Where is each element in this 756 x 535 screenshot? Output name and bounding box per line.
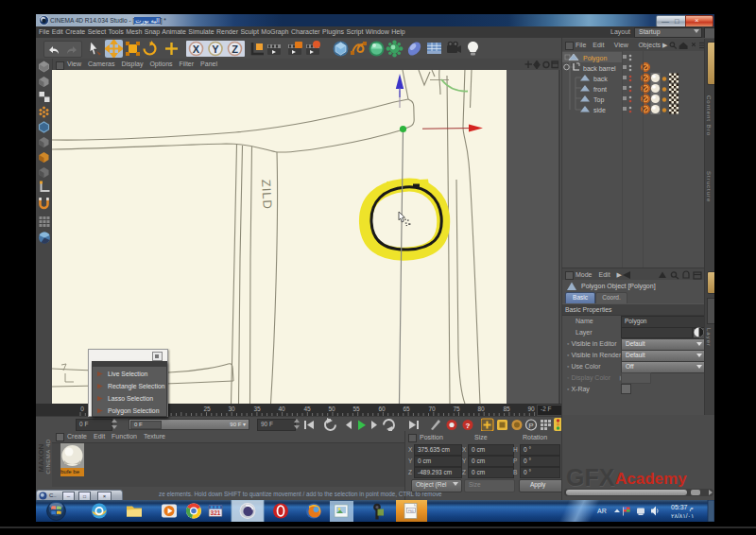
svg-text:side: side	[593, 107, 606, 113]
svg-text:40: 40	[278, 406, 285, 412]
svg-text:Polygon: Polygon	[583, 55, 607, 62]
svg-text:Y: Y	[212, 43, 219, 55]
svg-text:P: P	[528, 422, 533, 430]
svg-text:45: 45	[303, 406, 311, 412]
svg-text:321: 321	[211, 509, 221, 516]
svg-text:back barrel: back barrel	[583, 65, 616, 72]
svg-text:65: 65	[403, 406, 410, 412]
svg-text:55: 55	[352, 406, 360, 412]
svg-text:05:37 م: 05:37 م	[671, 504, 694, 511]
svg-text:30: 30	[228, 406, 235, 412]
svg-text:0: 0	[80, 406, 84, 412]
svg-text:80: 80	[477, 406, 485, 412]
svg-text:X: X	[193, 43, 200, 55]
svg-text:PSD: PSD	[408, 509, 415, 513]
svg-text:90: 90	[527, 406, 535, 412]
svg-text:75: 75	[453, 406, 460, 412]
svg-text:Z: Z	[232, 43, 238, 55]
svg-text:?: ?	[466, 422, 471, 430]
svg-text:ZILD: ZILD	[259, 179, 275, 210]
svg-text:AR: AR	[597, 508, 607, 514]
svg-text:35: 35	[253, 406, 261, 412]
svg-text:Top: Top	[593, 96, 604, 104]
svg-text:٢٨/٨١/٠١: ٢٨/٨١/٠١	[671, 512, 695, 519]
svg-text:25: 25	[203, 406, 211, 412]
svg-text:back: back	[593, 76, 608, 82]
svg-text:50: 50	[328, 406, 335, 412]
svg-text:front: front	[593, 86, 607, 93]
svg-text:85: 85	[503, 406, 510, 412]
svg-text:60: 60	[378, 406, 386, 412]
svg-text:70: 70	[428, 406, 436, 412]
